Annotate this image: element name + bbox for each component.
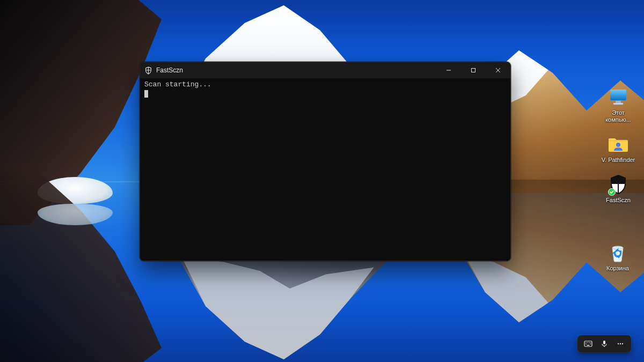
keyboard-icon bbox=[584, 339, 592, 348]
shield-icon bbox=[140, 67, 156, 75]
desktop-icon-pathfinder[interactable]: V. Pathfinder bbox=[598, 133, 638, 164]
desktop-icon-fastsczn[interactable]: FastSczn bbox=[598, 173, 638, 204]
window-title: FastSczn bbox=[156, 67, 183, 74]
voice-typing-widget[interactable] bbox=[577, 335, 631, 352]
console-window: FastSczn Scan starting... bbox=[140, 62, 511, 261]
svg-rect-22 bbox=[587, 345, 590, 345]
console-cursor-line bbox=[144, 89, 506, 98]
svg-point-19 bbox=[590, 342, 591, 343]
console-line: Scan starting... bbox=[144, 80, 506, 89]
close-button[interactable] bbox=[486, 62, 510, 78]
shield-icon bbox=[607, 173, 630, 196]
desktop-icon-label: FastSczn bbox=[606, 197, 631, 204]
svg-point-17 bbox=[587, 342, 588, 343]
keyboard-button[interactable] bbox=[581, 337, 596, 351]
more-button[interactable] bbox=[613, 337, 628, 351]
user-folder-icon bbox=[607, 133, 630, 156]
console-output[interactable]: Scan starting... bbox=[140, 78, 510, 261]
svg-point-26 bbox=[620, 343, 621, 344]
svg-point-25 bbox=[618, 343, 619, 344]
svg-rect-23 bbox=[603, 341, 605, 344]
svg-point-27 bbox=[622, 343, 623, 344]
recycle-bin-icon bbox=[606, 241, 629, 264]
desktop-icon-recycle-bin[interactable]: Корзина bbox=[598, 241, 638, 272]
more-icon bbox=[616, 339, 625, 348]
svg-point-20 bbox=[586, 344, 587, 345]
desktop-icon-label: V. Pathfinder bbox=[602, 157, 635, 164]
svg-point-21 bbox=[590, 344, 591, 345]
desktop-icon-label: Корзина bbox=[606, 265, 629, 272]
desktop-icon-label: Этот компью... bbox=[598, 109, 638, 123]
desktop-icon-this-pc[interactable]: Этот компью... bbox=[598, 86, 638, 123]
svg-rect-12 bbox=[472, 69, 475, 72]
minimize-button[interactable] bbox=[436, 62, 461, 78]
svg-point-4 bbox=[616, 143, 620, 147]
cursor-icon bbox=[144, 90, 148, 98]
microphone-button[interactable] bbox=[597, 337, 612, 351]
svg-point-18 bbox=[589, 342, 590, 343]
window-titlebar[interactable]: FastSczn bbox=[140, 62, 510, 78]
maximize-button[interactable] bbox=[461, 62, 486, 78]
svg-point-16 bbox=[586, 342, 587, 343]
svg-rect-2 bbox=[616, 101, 621, 103]
microphone-icon bbox=[600, 339, 609, 348]
monitor-icon bbox=[607, 86, 630, 108]
desktop-icons-column: Этот компью... V. Pathfinder bbox=[598, 86, 639, 204]
svg-rect-3 bbox=[613, 103, 623, 105]
svg-rect-1 bbox=[610, 90, 626, 100]
scrollbar[interactable] bbox=[505, 80, 509, 258]
